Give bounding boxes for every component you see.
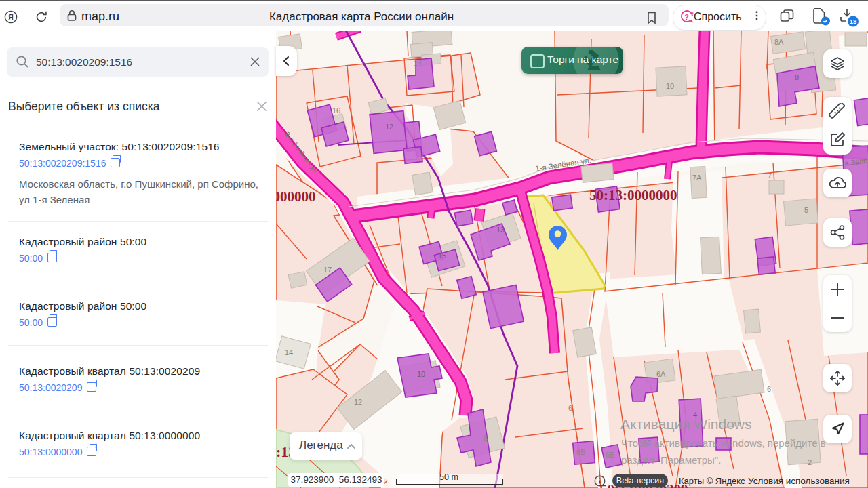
svg-text:7А: 7А: [692, 174, 702, 182]
svg-text:5: 5: [804, 206, 808, 214]
svg-text:8: 8: [484, 434, 488, 442]
svg-text:13: 13: [496, 226, 505, 234]
svg-text:14: 14: [285, 348, 293, 357]
svg-text:8: 8: [795, 73, 799, 81]
svg-text:6А: 6А: [656, 370, 666, 378]
svg-text:6: 6: [568, 404, 572, 412]
svg-text:?: ?: [684, 13, 689, 21]
svg-text:6Б: 6Б: [606, 451, 614, 459]
svg-text:15: 15: [438, 251, 446, 260]
svg-text:7: 7: [768, 171, 772, 180]
svg-text:16: 16: [332, 106, 340, 115]
svg-text:14: 14: [414, 59, 422, 67]
svg-text:50:13:0000000: 50:13:0000000: [589, 187, 677, 203]
svg-text:Я: Я: [8, 14, 14, 21]
svg-text:6: 6: [767, 385, 771, 393]
svg-text:18: 18: [850, 18, 857, 25]
svg-text:50:13:0000000: 50:13:0000000: [276, 188, 316, 205]
svg-text:6В: 6В: [576, 448, 585, 456]
svg-text:10: 10: [417, 370, 425, 378]
svg-text:8А: 8А: [774, 38, 784, 46]
svg-text:17: 17: [323, 266, 332, 274]
svg-text:10: 10: [666, 82, 674, 90]
svg-text:12: 12: [354, 398, 362, 406]
svg-text:2: 2: [808, 458, 812, 466]
svg-text:12: 12: [385, 123, 393, 131]
